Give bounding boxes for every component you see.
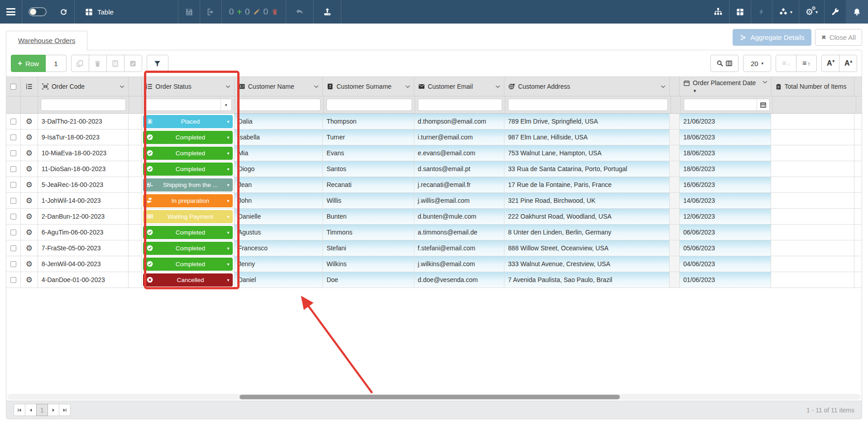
row-settings-button[interactable]: ⚙ <box>21 145 38 161</box>
row-settings-button[interactable]: ⚙ <box>21 240 38 256</box>
header-order-status[interactable]: Order Status <box>142 77 234 96</box>
header-customer-name[interactable]: Customer Name <box>235 77 323 96</box>
header-customer-address[interactable]: Customer Address <box>504 77 670 96</box>
copy-rows-button[interactable] <box>71 55 89 72</box>
undo-button[interactable] <box>286 0 313 24</box>
customer-surname-cell[interactable]: Stefani <box>323 240 414 256</box>
total-items-cell[interactable] <box>771 225 854 240</box>
status-badge[interactable]: Completed ▾ <box>143 147 232 160</box>
customer-name-cell[interactable]: Jenny <box>235 256 323 272</box>
order-code-cell[interactable]: 1-JohWil-14-00-2023 <box>38 193 129 208</box>
row-checkbox-cell[interactable] <box>6 272 21 287</box>
total-items-cell[interactable] <box>771 193 854 208</box>
customer-surname-cell[interactable]: Timmons <box>323 225 414 240</box>
filter-order-code-input[interactable] <box>41 99 126 111</box>
row-checkbox-cell[interactable] <box>6 240 21 256</box>
add-row-count-input[interactable] <box>46 55 67 72</box>
filter-order-status-select[interactable]: ▾ <box>145 99 232 111</box>
row-settings-button[interactable]: ⚙ <box>21 177 38 192</box>
caret-down-icon[interactable]: ▾ <box>221 99 231 110</box>
order-code-cell[interactable]: 8-JenWil-04-00-2023 <box>38 256 129 272</box>
order-date-cell[interactable]: 05/06/2023 <box>680 240 771 256</box>
order-date-cell[interactable]: 14/06/2023 <box>680 193 771 208</box>
customer-name-cell[interactable]: Daniel <box>235 272 323 287</box>
customer-name-cell[interactable]: Francesco <box>235 240 323 256</box>
customer-surname-cell[interactable]: Willis <box>323 193 414 208</box>
status-badge[interactable]: Shipping from the ... ▾ <box>143 178 232 191</box>
export-button[interactable] <box>200 0 221 24</box>
customer-address-cell[interactable]: 17 Rue de la Fontaine, Paris, France <box>504 177 670 192</box>
customer-address-cell[interactable]: 987 Elm Lane, Hillside, USA <box>504 129 670 145</box>
row-settings-button[interactable]: ⚙ <box>21 225 38 240</box>
tab-warehouse-orders[interactable]: Warehouse Orders <box>6 31 87 50</box>
hamburger-menu-icon[interactable] <box>0 0 22 24</box>
customer-email-cell[interactable]: d.doe@vesenda.com <box>414 272 504 287</box>
status-badge[interactable]: Completed ▾ <box>143 242 232 255</box>
order-date-cell[interactable]: 01/06/2023 <box>680 272 771 287</box>
customer-surname-cell[interactable]: Recanati <box>323 177 414 192</box>
row-settings-button[interactable]: ⚙ <box>21 114 38 129</box>
view-tab-table[interactable]: Table <box>75 0 124 24</box>
modules-menu[interactable]: ▾ <box>772 0 799 24</box>
customer-address-cell[interactable]: 321 Pine Road, Birchwood, UK <box>504 193 670 208</box>
customer-surname-cell[interactable]: Thompson <box>323 114 414 129</box>
font-decrease-button[interactable]: A▾ <box>821 55 839 72</box>
delete-rows-button[interactable] <box>89 55 107 72</box>
customer-surname-cell[interactable]: Turner <box>323 129 414 145</box>
total-items-cell[interactable] <box>771 240 854 256</box>
add-row-button[interactable]: + Row <box>11 55 46 72</box>
first-page-button[interactable] <box>14 404 25 416</box>
customer-address-cell[interactable]: 333 Walnut Avenue, Crestview, USA <box>504 256 670 272</box>
row-settings-button[interactable]: ⚙ <box>21 272 38 287</box>
total-items-cell[interactable] <box>771 129 854 145</box>
row-settings-button[interactable]: ⚙ <box>21 129 38 145</box>
customer-name-cell[interactable]: Danielle <box>235 209 323 224</box>
row-checkbox-cell[interactable] <box>6 209 21 224</box>
customer-surname-cell[interactable]: Santos <box>323 161 414 177</box>
customer-email-cell[interactable]: i.turner@email.com <box>414 129 504 145</box>
calendar-picker-button[interactable] <box>757 99 769 110</box>
order-code-cell[interactable]: 11-DioSan-18-00-2023 <box>38 161 129 177</box>
order-date-cell[interactable]: 18/06/2023 <box>680 145 771 161</box>
last-page-button[interactable] <box>59 404 71 416</box>
next-page-button[interactable] <box>48 404 59 416</box>
customer-email-cell[interactable]: j.willis@email.com <box>414 193 504 208</box>
customer-surname-cell[interactable]: Wilkins <box>323 256 414 272</box>
header-customer-surname[interactable]: Customer Surname <box>323 77 414 96</box>
settings-menu[interactable]: ⚙⚙ ▾ <box>799 0 824 24</box>
customer-address-cell[interactable]: 33 Rua de Santa Catarina, Porto, Portuga… <box>504 161 670 177</box>
row-checkbox-cell[interactable] <box>6 161 21 177</box>
row-height-decrease-button[interactable]: ≡↓ <box>776 55 796 72</box>
order-code-cell[interactable]: 4-DanDoe-01-00-2023 <box>38 272 129 287</box>
status-badge[interactable]: Completed ▾ <box>143 131 232 144</box>
header-customer-email[interactable]: Customer Email <box>414 77 504 96</box>
filter-toggle-button[interactable] <box>147 55 168 72</box>
row-settings-button[interactable]: ⚙ <box>21 193 38 208</box>
order-date-cell[interactable]: 21/06/2023 <box>680 114 771 129</box>
customer-name-cell[interactable]: Agustus <box>235 225 323 240</box>
customer-email-cell[interactable]: d.thompson@email.com <box>414 114 504 129</box>
filter-customer-name-input[interactable] <box>238 99 321 111</box>
page-size-select[interactable]: 20 ▾ <box>743 55 771 72</box>
customer-name-cell[interactable]: Jean <box>235 177 323 192</box>
customer-email-cell[interactable]: d.bunten@mule.com <box>414 209 504 224</box>
filter-customer-email-input[interactable] <box>418 99 503 111</box>
customer-name-cell[interactable]: Mia <box>235 145 323 161</box>
customer-name-cell[interactable]: John <box>235 193 323 208</box>
total-items-cell[interactable] <box>771 272 854 287</box>
status-badge[interactable]: Completed ▾ <box>143 258 232 271</box>
total-items-cell[interactable] <box>771 177 854 192</box>
current-page-button[interactable]: 1 <box>36 404 48 416</box>
prev-page-button[interactable] <box>25 404 37 416</box>
customer-name-cell[interactable]: Dalia <box>235 114 323 129</box>
status-badge[interactable]: Completed ▾ <box>143 226 232 239</box>
row-height-increase-button[interactable]: ≡↑ <box>796 55 817 72</box>
filter-date-input[interactable] <box>684 99 770 111</box>
customer-surname-cell[interactable]: Evans <box>323 145 414 161</box>
save-button[interactable] <box>178 0 200 24</box>
status-badge[interactable]: In preparation ▾ <box>143 194 232 207</box>
row-settings-button[interactable]: ⚙ <box>21 209 38 224</box>
order-date-cell[interactable]: 18/06/2023 <box>680 129 771 145</box>
order-code-cell[interactable]: 9-IsaTur-18-00-2023 <box>38 129 129 145</box>
scrollbar-thumb[interactable] <box>240 395 620 399</box>
